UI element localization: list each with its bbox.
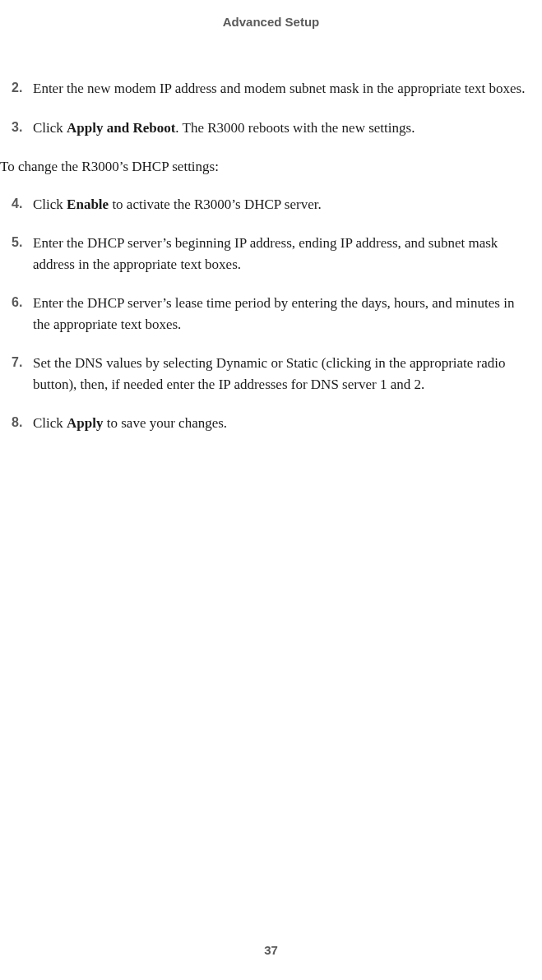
content-area: 2. Enter the new modem IP address and mo…	[12, 78, 530, 434]
step-3: 3. Click Apply and Reboot. The R3000 reb…	[12, 118, 530, 139]
step-number: 6.	[12, 293, 33, 335]
step-text: Enter the DHCP server’s lease time perio…	[33, 293, 530, 335]
step-number: 4.	[12, 194, 33, 215]
text-suffix: . The R3000 reboots with the new setting…	[175, 120, 415, 136]
step-text: Enter the DHCP server’s beginning IP add…	[33, 233, 530, 275]
text-bold: Apply and Reboot	[67, 120, 175, 136]
text-bold: Apply	[67, 415, 103, 431]
intro-text: To change the R3000’s DHCP settings:	[0, 156, 530, 178]
step-number: 3.	[12, 118, 33, 139]
step-5: 5. Enter the DHCP server’s beginning IP …	[12, 233, 530, 275]
page-number: 37	[0, 943, 542, 957]
step-text: Set the DNS values by selecting Dynamic …	[33, 353, 530, 395]
text-suffix: to activate the R3000’s DHCP server.	[109, 196, 322, 212]
step-text: Click Apply to save your changes.	[33, 413, 530, 434]
step-6: 6. Enter the DHCP server’s lease time pe…	[12, 293, 530, 335]
step-4: 4. Click Enable to activate the R3000’s …	[12, 194, 530, 215]
step-8: 8. Click Apply to save your changes.	[12, 413, 530, 434]
step-number: 2.	[12, 78, 33, 99]
text-bold: Enable	[67, 196, 109, 212]
page-header: Advanced Setup	[12, 0, 530, 78]
step-number: 7.	[12, 353, 33, 395]
step-7: 7. Set the DNS values by selecting Dynam…	[12, 353, 530, 395]
step-text: Click Enable to activate the R3000’s DHC…	[33, 194, 530, 215]
step-2: 2. Enter the new modem IP address and mo…	[12, 78, 530, 99]
step-text: Click Apply and Reboot. The R3000 reboot…	[33, 118, 530, 139]
text-prefix: Click	[33, 196, 67, 212]
text-prefix: Click	[33, 120, 67, 136]
step-text: Enter the new modem IP address and modem…	[33, 78, 530, 99]
text-suffix: to save your changes.	[104, 415, 228, 431]
step-number: 5.	[12, 233, 33, 275]
step-number: 8.	[12, 413, 33, 434]
text-prefix: Click	[33, 415, 67, 431]
